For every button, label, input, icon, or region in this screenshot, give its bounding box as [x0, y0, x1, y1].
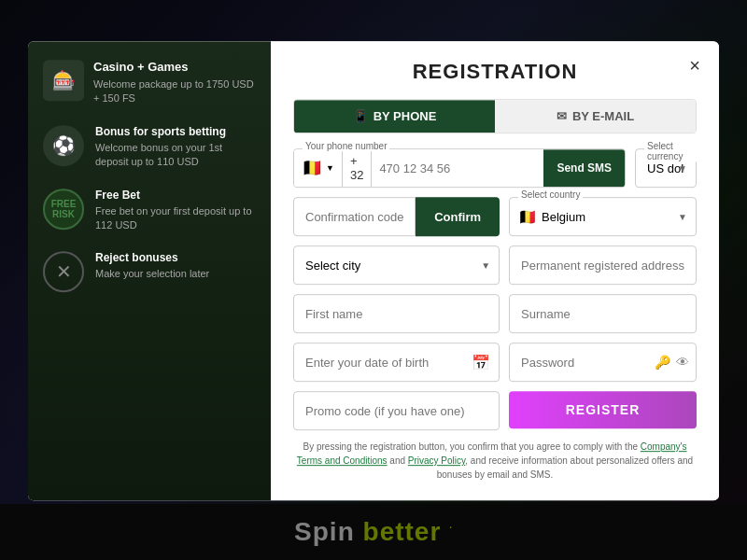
free-bet-title: Free Bet — [95, 189, 256, 202]
phone-group: Your phone number 🇧🇪 ▼ + 32 Send SMS — [293, 148, 626, 188]
casino-header: 🎰 Casino + Games Welcome package up to 1… — [43, 60, 256, 106]
left-panel: 🎰 Casino + Games Welcome package up to 1… — [28, 41, 271, 500]
city-group: Select city Brussels Antwerp — [293, 245, 500, 285]
name-row — [293, 294, 697, 333]
phone-number-input[interactable] — [372, 149, 543, 187]
phone-currency-row: Your phone number 🇧🇪 ▼ + 32 Send SMS Sel… — [293, 148, 697, 188]
dob-password-row: 📅 🔑 👁 — [293, 343, 697, 382]
right-panel: × REGISTRATION 📱 BY PHONE ✉ BY E-MAIL Yo… — [271, 41, 719, 500]
address-input[interactable] — [509, 245, 697, 285]
password-key-icon: 🔑 — [655, 355, 670, 370]
phone-icon: 📱 — [353, 109, 368, 123]
surname-group — [509, 294, 697, 333]
chevron-down-icon: ▼ — [326, 163, 334, 173]
free-bet-item: FREE RISK Free Bet Free bet on your firs… — [43, 189, 256, 233]
currency-group: Select currency US dollar (USD) Euro (EU… — [635, 148, 697, 188]
currency-label: Select currency — [644, 141, 697, 161]
risk-text: RISK — [52, 209, 75, 219]
casino-title: Casino + Games — [93, 60, 256, 74]
close-button[interactable]: × — [682, 52, 708, 78]
sports-icon: ⚽ — [43, 125, 84, 166]
confirmation-code-input[interactable] — [293, 197, 416, 236]
reject-desc: Make your selection later — [95, 268, 209, 282]
free-bet-text: Free Bet Free bet on your first deposit … — [95, 189, 256, 233]
password-visibility-icon[interactable]: 👁 — [676, 355, 689, 370]
modal-title: REGISTRATION — [293, 60, 697, 84]
disclaimer: By pressing the registration button, you… — [293, 440, 697, 482]
promo-register-row: REGISTER — [293, 391, 697, 430]
reject-text: Reject bonuses Make your selection later — [95, 252, 209, 282]
password-wrapper: 🔑 👁 — [509, 343, 697, 382]
reject-item: ✕ Reject bonuses Make your selection lat… — [43, 252, 256, 293]
promo-input[interactable] — [293, 391, 500, 430]
city-select-wrapper: Select city Brussels Antwerp — [293, 245, 500, 285]
tab-email-label: BY E-MAIL — [572, 109, 634, 123]
flag-emoji: 🇧🇪 — [302, 158, 322, 178]
city-select[interactable]: Select city Brussels Antwerp — [293, 245, 500, 285]
country-code: + 32 — [343, 149, 372, 187]
sports-title: Bonus for sports betting — [95, 125, 256, 138]
firstname-input[interactable] — [293, 294, 500, 333]
register-group: REGISTER — [509, 391, 697, 430]
email-icon: ✉ — [557, 109, 567, 123]
sports-desc: Welcome bonus on your 1st deposit up to … — [95, 141, 256, 170]
free-bet-icon: FREE RISK — [43, 189, 84, 230]
disclaimer-text2: and — [388, 455, 408, 466]
country-select[interactable]: Belgium Netherlands — [509, 197, 697, 236]
sports-text: Bonus for sports betting Welcome bonus o… — [95, 125, 256, 170]
city-address-row: Select city Brussels Antwerp — [293, 245, 697, 285]
casino-text: Casino + Games Welcome package up to 175… — [93, 60, 256, 106]
country-flag-selector[interactable]: 🇧🇪 ▼ — [294, 149, 343, 187]
reject-title: Reject bonuses — [95, 252, 209, 265]
tab-by-phone[interactable]: 📱 BY PHONE — [294, 100, 495, 133]
confirmation-group: Confirm — [293, 197, 500, 236]
promo-group — [293, 391, 500, 430]
dob-input[interactable] — [293, 343, 500, 382]
address-group — [509, 245, 697, 285]
casino-desc: Welcome package up to 1750 USD + 150 FS — [93, 77, 256, 106]
bonus-sports-item: ⚽ Bonus for sports betting Welcome bonus… — [43, 125, 256, 170]
confirm-button[interactable]: Confirm — [416, 197, 500, 236]
password-group: 🔑 👁 — [509, 343, 697, 382]
register-button[interactable]: REGISTER — [509, 391, 697, 428]
country-select-wrapper: 🇧🇪 Belgium Netherlands — [509, 197, 697, 236]
casino-icon: 🎰 — [43, 60, 84, 101]
dob-group: 📅 — [293, 343, 500, 382]
free-text: FREE — [51, 199, 77, 209]
free-bet-desc: Free bet on your first deposit up to 112… — [95, 204, 256, 233]
surname-input[interactable] — [509, 294, 697, 333]
disclaimer-text1: By pressing the registration button, you… — [303, 441, 640, 452]
registration-modal: 🎰 Casino + Games Welcome package up to 1… — [28, 41, 719, 500]
phone-input-group: 🇧🇪 ▼ + 32 Send SMS — [293, 148, 626, 188]
country-group: Select country 🇧🇪 Belgium Netherlands — [509, 197, 697, 236]
password-icons: 🔑 👁 — [655, 355, 689, 370]
send-sms-button[interactable]: Send SMS — [543, 149, 625, 187]
reject-icon: ✕ — [43, 252, 84, 293]
phone-label: Your phone number — [303, 141, 389, 151]
tab-phone-label: BY PHONE — [374, 109, 437, 123]
firstname-group — [293, 294, 500, 333]
privacy-link[interactable]: Privacy Policy — [408, 455, 466, 466]
dob-wrapper: 📅 — [293, 343, 500, 382]
tab-by-email[interactable]: ✉ BY E-MAIL — [495, 100, 696, 133]
confirm-country-row: Confirm Select country 🇧🇪 Belgium Nether… — [293, 197, 697, 236]
disclaimer-text3: , and receive information about personal… — [437, 455, 693, 480]
registration-tabs: 📱 BY PHONE ✉ BY E-MAIL — [293, 99, 697, 133]
country-label: Select country — [518, 189, 583, 200]
